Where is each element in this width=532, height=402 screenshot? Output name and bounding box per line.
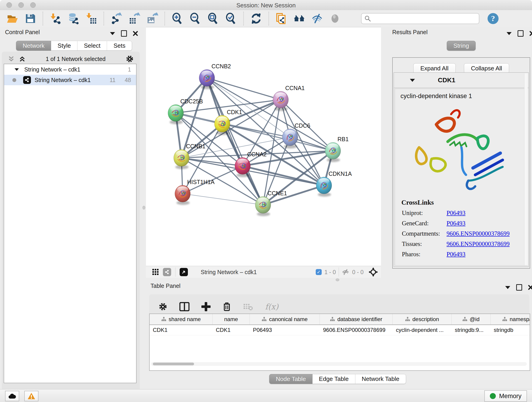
- zoom-out-icon[interactable]: [189, 13, 201, 25]
- eye-icon: [329, 13, 341, 25]
- network-node-CDKN1A[interactable]: CDKN1A: [316, 171, 352, 197]
- genecard-link[interactable]: P06493: [447, 220, 466, 227]
- column-header[interactable]: name: [213, 314, 250, 325]
- panel-menu-icon[interactable]: [505, 286, 510, 289]
- panel-float-icon[interactable]: [518, 30, 524, 37]
- network-node-RB1[interactable]: RB1: [325, 136, 349, 162]
- delete-column-trash-icon[interactable]: [222, 302, 231, 312]
- network-node-CCNB1[interactable]: CCNB1: [174, 143, 206, 169]
- panel-menu-icon[interactable]: [507, 32, 512, 35]
- pharos-link[interactable]: P06493: [447, 251, 466, 258]
- hidden-counts: 0 - 0: [352, 269, 364, 275]
- column-header[interactable]: shared name: [150, 314, 213, 325]
- warnings-button[interactable]: [24, 391, 38, 401]
- panel-close-icon[interactable]: [530, 31, 532, 36]
- panel-float-icon[interactable]: [121, 30, 127, 37]
- hierarchy-icon: [462, 317, 467, 322]
- column-header[interactable]: namespace: [491, 314, 530, 325]
- section-expander-icon[interactable]: [410, 79, 415, 82]
- vertical-splitter-left[interactable]: [142, 27, 146, 389]
- network-node-HIST1H1A[interactable]: HIST1H1A: [175, 179, 215, 205]
- cell-name[interactable]: CDK1: [213, 325, 250, 335]
- column-header[interactable]: description: [393, 314, 452, 325]
- selected-checkbox-icon[interactable]: ✓: [316, 269, 322, 275]
- export-table-icon[interactable]: [128, 13, 140, 25]
- node-label: CDKN1A: [329, 171, 352, 177]
- panel-close-icon[interactable]: [133, 31, 138, 36]
- network-edge[interactable]: [207, 78, 333, 151]
- cell-database-identifier[interactable]: 9606.ENSP00000378699: [320, 325, 393, 335]
- table-panel: Table Panel f(x) shared name name canoni…: [146, 281, 532, 389]
- cell-canonical-name[interactable]: P06493: [250, 325, 320, 335]
- network-edge[interactable]: [183, 194, 263, 205]
- cell-id[interactable]: stringdb:9...: [452, 325, 491, 335]
- results-scrollbar[interactable]: [524, 73, 528, 265]
- export-image-icon[interactable]: [146, 13, 158, 25]
- table-horizontal-scrollbar[interactable]: [151, 362, 527, 366]
- export-network-icon[interactable]: [110, 13, 122, 25]
- zoom-selected-icon[interactable]: [225, 13, 237, 25]
- memory-status-dot-icon: [490, 393, 496, 399]
- tab-string[interactable]: String: [447, 41, 476, 51]
- refresh-layout-icon[interactable]: [250, 13, 262, 25]
- network-row[interactable]: String Network – cdk1 11 48: [4, 75, 136, 85]
- collapse-all-button[interactable]: Collapse All: [464, 63, 509, 74]
- table-row[interactable]: CDK1 CDK1 P06493 9606.ENSP00000378699 cy…: [150, 325, 530, 335]
- uniprot-link[interactable]: P06493: [447, 210, 466, 217]
- cell-description[interactable]: cyclin-dependent ...: [393, 325, 452, 335]
- detach-view-icon[interactable]: [180, 268, 188, 276]
- control-panel-tabs: Network Style Select Sets: [16, 41, 132, 51]
- memory-button[interactable]: Memory: [484, 390, 527, 402]
- expand-all-tree-icon[interactable]: [8, 56, 15, 62]
- panel-close-icon[interactable]: [528, 285, 532, 290]
- grid-view-icon[interactable]: [152, 268, 160, 276]
- table-options-gear-icon[interactable]: [158, 302, 167, 311]
- results-panel-title: Results Panel: [392, 29, 428, 35]
- tab-select[interactable]: Select: [77, 41, 107, 51]
- eye-slash-icon[interactable]: [311, 13, 323, 25]
- tab-network[interactable]: Network: [16, 41, 51, 51]
- cloud-button[interactable]: [5, 391, 19, 401]
- home-houses-icon[interactable]: [293, 13, 305, 25]
- help-button[interactable]: ?: [488, 13, 499, 24]
- column-header[interactable]: database identifier: [320, 314, 393, 325]
- cell-shared-name[interactable]: CDK1: [150, 325, 213, 335]
- zoom-fit-icon[interactable]: [207, 13, 219, 25]
- splitter-grip[interactable]: [336, 279, 339, 281]
- copy-network-to-clipboard-icon[interactable]: [275, 13, 287, 25]
- open-session-icon[interactable]: [6, 13, 18, 25]
- column-header[interactable]: @id: [452, 314, 491, 325]
- panel-menu-icon[interactable]: [110, 32, 115, 35]
- tab-style[interactable]: Style: [51, 41, 77, 51]
- show-column-icon[interactable]: [179, 302, 190, 311]
- tissues-link[interactable]: 9606.ENSP00000378699: [447, 240, 510, 248]
- search-input[interactable]: [371, 15, 471, 22]
- tab-node-table[interactable]: Node Table: [269, 374, 312, 384]
- birds-eye-crosshair-icon[interactable]: [369, 268, 378, 277]
- network-edge[interactable]: [207, 78, 281, 100]
- import-network-file-icon[interactable]: [50, 13, 61, 25]
- splitter-grip[interactable]: [143, 206, 145, 210]
- scrollbar-thumb[interactable]: [153, 363, 194, 365]
- compartments-link[interactable]: 9606.ENSP00000378699: [447, 230, 510, 237]
- column-header[interactable]: canonical name: [250, 314, 320, 325]
- collection-expander-icon[interactable]: [15, 68, 19, 70]
- expand-all-button[interactable]: Expand All: [413, 63, 456, 74]
- tab-network-table[interactable]: Network Table: [355, 374, 406, 384]
- import-network-database-icon[interactable]: [67, 13, 79, 25]
- network-canvas[interactable]: CCNB2CCNA1CDC25BCDK1CDC6RB1CCNB1CCNA2CDK…: [146, 28, 381, 266]
- network-overview-icon[interactable]: [163, 268, 171, 276]
- zoom-in-icon[interactable]: [171, 13, 183, 25]
- network-edge[interactable]: [207, 78, 263, 205]
- panel-float-icon[interactable]: [516, 284, 522, 291]
- tab-edge-table[interactable]: Edge Table: [312, 374, 355, 384]
- create-column-plus-icon[interactable]: [201, 302, 210, 311]
- network-options-gear-icon[interactable]: [126, 55, 134, 63]
- save-session-icon[interactable]: [24, 13, 36, 25]
- cell-namespace[interactable]: stringdb: [491, 325, 530, 335]
- import-table-icon[interactable]: [85, 13, 97, 25]
- network-collection-row[interactable]: String Network – cdk1 1: [4, 64, 136, 75]
- collapse-all-tree-icon[interactable]: [19, 56, 26, 62]
- search-icon: [364, 15, 371, 22]
- tab-sets[interactable]: Sets: [107, 41, 132, 51]
